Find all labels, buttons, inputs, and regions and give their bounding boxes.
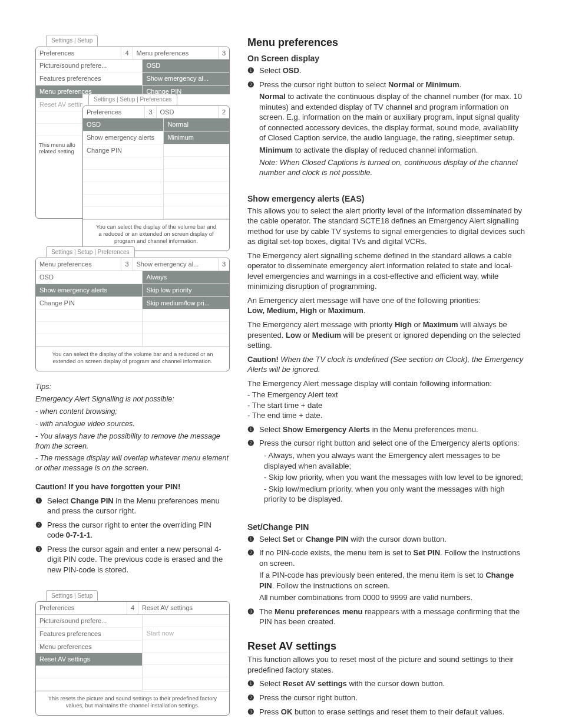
step-text: Select Show Emergency Alerts in the Menu… xyxy=(259,424,478,437)
step-text: Select Change PIN in the Menu preference… xyxy=(47,496,230,518)
list-item[interactable]: Always xyxy=(143,271,229,284)
step-text: Press the cursor right button. xyxy=(259,693,358,705)
list-item[interactable]: Change PIN xyxy=(83,144,163,157)
list-item[interactable]: OSD xyxy=(143,60,229,73)
list-item[interactable]: Features preferences xyxy=(36,628,142,641)
panel-footer: You can select the display of the volume… xyxy=(36,347,229,371)
tips-line: - with analogue video sources. xyxy=(35,419,230,429)
list-item[interactable]: Reset AV settings xyxy=(36,653,142,666)
paragraph: This allows you to select the alert prio… xyxy=(247,206,527,247)
list-item[interactable]: Minimum xyxy=(164,131,229,144)
tips-block: Tips: Emergency Alert Signalling is not … xyxy=(35,382,230,473)
paragraph: Caution! When the TV clock is undefined … xyxy=(247,354,527,375)
subsection-title: Show emergency alerts (EAS) xyxy=(247,193,527,205)
paragraph: The Emergency alert signalling scheme de… xyxy=(247,251,527,292)
hdr-left: Menu preferences xyxy=(36,258,121,271)
tips-title: Tips: xyxy=(35,382,230,392)
tips-line: - when content browsing; xyxy=(35,407,230,417)
caution-title: Caution! If you have forgotten your PIN! xyxy=(35,482,180,491)
panel-tab: Settings | Setup | Preferences xyxy=(88,94,177,105)
hdr-left: Preferences xyxy=(36,602,127,614)
step-number: ❶ xyxy=(247,534,256,546)
list-item[interactable]: Menu preferences xyxy=(36,641,142,654)
step-text: Press OK button to erase settings and re… xyxy=(259,707,504,719)
hdr-right: Show emergency al... xyxy=(133,258,219,271)
side-note: This menu allo related setting xyxy=(39,141,75,155)
hdr-num: 3 xyxy=(121,258,133,271)
step-number: ❷ xyxy=(247,548,256,605)
step-number: ❷ xyxy=(247,693,256,705)
list-item[interactable]: Picture/sound prefere... xyxy=(36,615,142,628)
step-text: Select OSD. xyxy=(259,65,302,78)
step-number: ❷ xyxy=(247,438,256,508)
panel-footer: This resets the picture and sound settin… xyxy=(36,691,229,715)
step-number: ❸ xyxy=(247,607,256,629)
hdr-left: Preferences xyxy=(83,106,145,118)
section-title: Menu preferences xyxy=(247,35,527,50)
hdr-left: Preferences xyxy=(36,47,121,60)
tips-lead: Emergency Alert Signalling is not possib… xyxy=(35,394,230,404)
step-text: The Menu preferences menu reappears with… xyxy=(259,607,527,629)
tips-line: - The message display will overlap whate… xyxy=(35,453,230,473)
paragraph: The Emergency alert message with priorit… xyxy=(247,319,527,351)
step-text: Select Set or Change PIN with the cursor… xyxy=(259,534,447,546)
paragraph: - The Emergency Alert text xyxy=(247,390,527,400)
osd-panel-emergency-alerts: Settings | Setup | Preferences Menu pref… xyxy=(35,247,230,372)
body-text: Menu preferences On Screen display ❶ Sel… xyxy=(247,35,527,728)
tips-line: - You always have the possibility to rem… xyxy=(35,431,230,452)
list-item[interactable]: Skip medium/low pri... xyxy=(143,297,229,310)
step-number: ❷ xyxy=(247,80,256,180)
osd-panel-menu-preferences: Settings | Setup Preferences 4 Menu pref… xyxy=(35,35,230,219)
step-number: ❶ xyxy=(35,496,44,518)
section-title: Reset AV settings xyxy=(247,639,527,653)
osd-panel-osd-options: Settings | Setup | Preferences Preferenc… xyxy=(82,94,230,251)
panel-tab: Settings | Setup | Preferences xyxy=(46,246,135,258)
caution-pin-block: Caution! If you have forgotten your PIN!… xyxy=(35,482,230,577)
osd-panel-reset-av: Settings | Setup Preferences 4 Reset AV … xyxy=(35,591,230,716)
list-item[interactable]: Features preferences xyxy=(36,73,142,85)
hdr-num: 4 xyxy=(127,602,138,614)
list-item[interactable]: Show emergency alerts xyxy=(36,284,142,297)
panel-tab: Settings | Setup xyxy=(46,35,98,46)
list-item[interactable]: Skip low priority xyxy=(143,284,229,297)
list-item[interactable]: Start now xyxy=(143,627,229,640)
step-number: ❸ xyxy=(247,707,256,719)
list-item[interactable]: Show emergency alerts xyxy=(83,131,163,144)
paragraph: The Emergency Alert message display will… xyxy=(247,378,527,389)
list-item[interactable]: Change PIN xyxy=(36,297,142,310)
list-item[interactable]: OSD xyxy=(36,271,142,284)
step-text: Press the cursor right to enter the over… xyxy=(47,520,230,542)
paragraph: - The end time + date. xyxy=(247,410,527,421)
list-item[interactable]: Show emergency al... xyxy=(143,73,229,85)
paragraph: Low, Medium, High or Maximum. xyxy=(247,305,527,316)
step-number: ❶ xyxy=(247,424,256,437)
list-item[interactable]: Picture/sound prefere... xyxy=(36,60,142,73)
paragraph: - The start time + date xyxy=(247,400,527,411)
hdr-num2: 2 xyxy=(219,106,229,118)
step-text: Press the cursor again and enter a new p… xyxy=(47,544,230,577)
paragraph: This function allows you to reset most o… xyxy=(247,654,527,675)
step-number: ❸ xyxy=(35,544,44,577)
hdr-right: OSD xyxy=(157,106,219,118)
hdr-right: Reset AV settings xyxy=(138,602,229,614)
hdr-num: 4 xyxy=(121,47,133,60)
subsection-title: Set/Change PIN xyxy=(247,522,527,533)
list-item xyxy=(143,615,229,627)
step-number: ❶ xyxy=(247,678,256,691)
step-text: Select Reset AV settings with the cursor… xyxy=(259,678,445,691)
panel-footer: You can select the display of the volume… xyxy=(83,219,229,251)
step-text: If no PIN-code exists, the menu item is … xyxy=(259,548,527,605)
step-text: Press the cursor right button and select… xyxy=(259,438,527,508)
step-number: ❷ xyxy=(35,520,44,542)
panel-tab: Settings | Setup xyxy=(46,590,98,601)
hdr-num2: 3 xyxy=(219,47,229,60)
hdr-right: Menu preferences xyxy=(133,47,219,60)
list-item[interactable]: Normal xyxy=(164,118,229,131)
hdr-num: 3 xyxy=(145,106,156,118)
list-item[interactable]: OSD xyxy=(83,118,163,131)
step-text: Press the cursor right button to select … xyxy=(259,80,527,180)
step-number: ❶ xyxy=(247,65,256,78)
subsection-title: On Screen display xyxy=(247,53,527,64)
hdr-num2: 3 xyxy=(219,258,229,271)
paragraph: An Emergency alert message will have one… xyxy=(247,295,527,306)
